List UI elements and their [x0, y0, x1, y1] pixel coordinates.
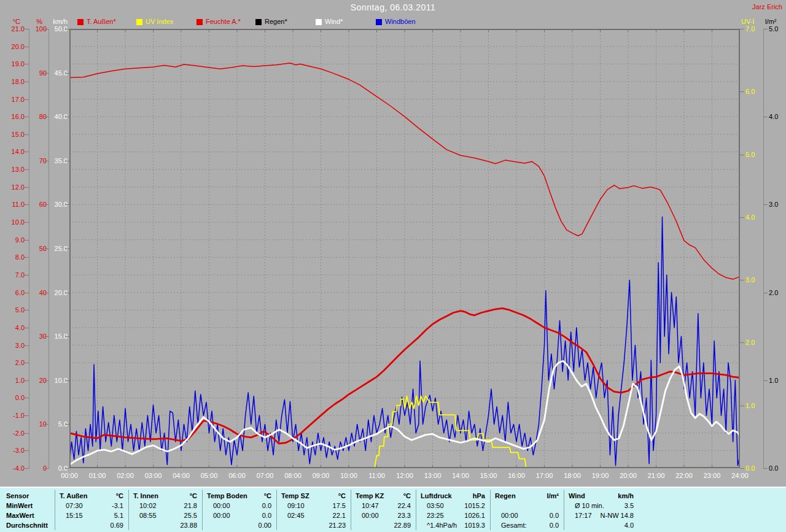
table-cell-value: 0.69: [68, 521, 123, 530]
table-cell-value: 0.00: [216, 521, 271, 530]
wind-tick-mark: [65, 293, 69, 293]
temp-tick-mark: [25, 328, 29, 328]
plot-border: [70, 29, 739, 468]
table-cell-value: 3.5: [578, 501, 634, 511]
temp-tick-mark: [25, 99, 29, 100]
wind-tick-label: 5.0: [43, 420, 68, 428]
x-tick-label: 21:00: [643, 472, 670, 479]
wind-tick-mark: [65, 73, 69, 74]
temp-tick-mark: [25, 345, 29, 346]
legend-item-label: Windböen: [385, 18, 416, 25]
table-cell-value: 5.1: [68, 511, 123, 520]
temp-tick-label: 20.0: [1, 43, 25, 50]
temp-tick-mark: [25, 187, 29, 188]
wind-tick-label: 30.0: [43, 201, 68, 208]
temp-tick-label: -2.0: [1, 430, 25, 437]
x-tick-label: 07:00: [252, 472, 279, 479]
rain-tick-label: 4.0: [769, 113, 786, 120]
table-col-name: T. Innen: [133, 492, 158, 501]
table-cell-value: 1019.3: [430, 521, 485, 530]
table-col-unit: °C: [160, 492, 197, 501]
series-uv-index: [69, 396, 740, 468]
wind-tick-mark: [65, 161, 69, 161]
uv-tick-mark: [740, 406, 744, 406]
rain-tick-label: 2.0: [769, 289, 786, 296]
uv-tick-label: 0.0: [745, 465, 763, 472]
plot-area[interactable]: [69, 29, 740, 468]
table-col-unit: l/m²: [522, 492, 559, 501]
table-column-separator: [55, 490, 55, 530]
table-col-name: Wind: [569, 492, 585, 501]
uv-tick-mark: [740, 342, 744, 343]
temp-tick-label: 14.0: [1, 148, 25, 155]
table-row-label: MaxWert: [6, 511, 34, 520]
temp-tick-label: 11.0: [1, 201, 25, 208]
rain-tick-mark: [763, 293, 768, 293]
temp-tick-mark: [25, 363, 29, 363]
wind-tick-mark: [65, 336, 69, 337]
x-tick-label: 19:00: [587, 472, 614, 479]
wind-tick-mark: [65, 204, 69, 205]
x-tick-label: 03:00: [140, 472, 167, 479]
temp-tick-mark: [25, 257, 29, 258]
table-cell-value: 0.0: [216, 511, 271, 520]
table-col-unit: °C: [235, 492, 271, 501]
table-column-separator: [128, 490, 129, 530]
uv-tick-label: 2.0: [745, 339, 763, 346]
table-column-separator: [351, 490, 351, 530]
uv-tick-mark: [740, 280, 744, 280]
temp-tick-label: 9.0: [1, 236, 25, 244]
table-col-name: Luftdruck: [421, 492, 452, 501]
uv-tick-label: 3.0: [745, 276, 763, 283]
table-col-unit: hPa: [448, 492, 485, 501]
x-tick-label: 09:00: [308, 472, 335, 479]
temp-tick-label: 19.0: [1, 60, 25, 67]
rain-tick-label: 0.0: [769, 465, 786, 472]
legend-item-label: Feuchte A.*: [206, 18, 241, 25]
table-col-unit: °C: [87, 492, 123, 501]
table-cell-value: 17.5: [290, 501, 346, 511]
temp-tick-mark: [25, 64, 29, 64]
rain-tick-mark: [763, 29, 768, 29]
wind-tick-mark: [65, 29, 69, 29]
uv-tick-mark: [740, 468, 744, 469]
temp-tick-mark: [25, 152, 29, 152]
x-tick-label: 17:00: [531, 472, 558, 479]
rain-tick-mark: [763, 204, 768, 205]
temp-tick-mark: [25, 169, 29, 170]
wind-tick-mark: [65, 249, 69, 249]
temp-tick-mark: [25, 450, 29, 451]
temp-tick-label: 0.0: [1, 394, 25, 401]
axis-unit-rain: l/m²: [765, 18, 786, 25]
uv-tick-label: 1.0: [745, 402, 763, 409]
temp-tick-mark: [25, 240, 29, 241]
table-column-separator: [416, 490, 416, 530]
temp-tick-label: 4.0: [1, 324, 25, 331]
temp-tick-label: 10.0: [1, 218, 25, 226]
x-tick-label: 06:00: [224, 472, 251, 479]
table-cell-value: 22.89: [356, 521, 411, 530]
x-tick-label: 02:00: [112, 472, 139, 479]
chart-canvas: [69, 29, 740, 468]
x-tick-label: 22:00: [671, 472, 698, 479]
axis-unit-humidity: %: [28, 18, 42, 25]
uv-tick-label: 6.0: [745, 88, 763, 95]
x-tick-label: 10:00: [335, 472, 362, 479]
table-col-name: Regen: [495, 492, 516, 501]
table-cell-value: N-NW 14.8: [578, 511, 634, 520]
rain-tick-mark: [763, 380, 768, 381]
table-column-separator: [490, 490, 491, 530]
rain-tick-mark: [763, 468, 768, 469]
table-cell-value: 23.3: [356, 511, 411, 520]
table-cell-value: 21.23: [290, 521, 346, 530]
wind-tick-mark: [65, 468, 69, 469]
temp-tick-mark: [25, 415, 29, 416]
temp-tick-label: 17.0: [1, 96, 25, 103]
legend-swatch-icon: [77, 19, 84, 25]
rain-tick-label: 3.0: [769, 201, 786, 208]
table-row-label: Sensor: [6, 492, 29, 501]
uv-tick-mark: [740, 29, 744, 29]
x-tick-label: 14:00: [447, 472, 474, 479]
legend-swatch-icon: [136, 19, 142, 25]
table-cell-value: 4.0: [578, 521, 634, 530]
